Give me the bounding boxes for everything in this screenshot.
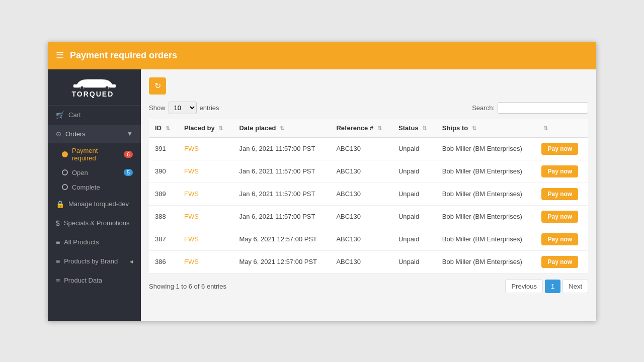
search-input[interactable] — [498, 102, 588, 114]
sidebar-item-all-products[interactable]: ≡ All Products — [48, 233, 141, 252]
pagination: Previous 1 Next — [505, 280, 588, 293]
placed-by-link[interactable]: FWS — [184, 235, 199, 243]
cell-ships-to: Bob Miller (BM Enterprises) — [436, 137, 536, 160]
sort-date-icon: ⇅ — [280, 125, 284, 132]
sidebar-item-cart[interactable]: 🛒 Cart — [48, 106, 141, 125]
col-ships-to[interactable]: Ships to ⇅ — [436, 119, 536, 137]
sort-ref-icon: ⇅ — [377, 125, 382, 132]
cell-status: Unpaid — [392, 160, 436, 183]
sidebar-item-products-brand[interactable]: ≡ Products by Brand ◂ — [48, 252, 141, 271]
cell-status: Unpaid — [392, 137, 436, 160]
radio-inactive-icon — [62, 169, 68, 175]
cell-id: 391 — [149, 137, 178, 160]
table-row: 388 FWS Jan 6, 2021 11:57:00 PST ABC130 … — [149, 205, 588, 228]
cart-icon: 🛒 — [56, 111, 64, 119]
cell-ships-to: Bob Miller (BM Enterprises) — [436, 160, 536, 183]
sort-status-icon: ⇅ — [422, 125, 427, 132]
col-status[interactable]: Status ⇅ — [392, 119, 436, 137]
placed-by-link[interactable]: FWS — [184, 145, 199, 152]
sidebar-item-complete[interactable]: Complete — [62, 180, 141, 195]
search-control: Search: — [472, 102, 588, 114]
pay-now-button[interactable]: Pay now — [541, 188, 578, 200]
pay-now-button[interactable]: Pay now — [541, 233, 578, 245]
products-brand-icon: ≡ — [56, 257, 60, 265]
radio-active-icon — [62, 151, 68, 157]
cell-id: 387 — [149, 228, 178, 250]
table-row: 391 FWS Jan 6, 2021 11:57:00 PST ABC130 … — [149, 137, 588, 160]
products-brand-label: Products by Brand — [64, 257, 126, 265]
orders-submenu: Payment required 6 Open 5 Complete — [48, 143, 141, 195]
table-row: 386 FWS May 6, 2021 12:57:00 PST ABC130 … — [149, 250, 588, 273]
cell-ships-to: Bob Miller (BM Enterprises) — [436, 205, 536, 228]
pay-now-button[interactable]: Pay now — [541, 256, 578, 268]
payment-required-badge: 6 — [124, 151, 133, 158]
placed-by-link[interactable]: FWS — [184, 213, 199, 220]
previous-button[interactable]: Previous — [505, 280, 543, 293]
all-products-label: All Products — [64, 238, 133, 246]
search-label: Search: — [472, 104, 495, 112]
sidebar-item-orders[interactable]: ⊙ Orders ▼ — [48, 125, 141, 143]
placed-by-link[interactable]: FWS — [184, 167, 199, 175]
sidebar-item-product-data[interactable]: ≡ Product Data — [48, 271, 141, 290]
cell-ships-to: Bob Miller (BM Enterprises) — [436, 250, 536, 273]
all-products-icon: ≡ — [56, 238, 60, 246]
cell-status: Unpaid — [392, 205, 436, 228]
cell-placed-by: FWS — [178, 160, 233, 183]
specials-label: Specials & Promotions — [64, 219, 133, 227]
pay-now-button[interactable]: Pay now — [541, 143, 578, 155]
sidebar-item-open[interactable]: Open 5 — [62, 165, 141, 180]
sidebar-item-manage[interactable]: 🔒 Manage torqued-dev — [48, 195, 141, 214]
menu-icon[interactable]: ☰ — [56, 50, 64, 61]
cell-reference: ABC130 — [330, 205, 392, 228]
entries-label: entries — [200, 104, 219, 112]
cell-date: May 6, 2021 12:57:00 PST — [233, 250, 330, 273]
col-date-placed[interactable]: Date placed ⇅ — [233, 119, 330, 137]
pay-now-button[interactable]: Pay now — [541, 211, 578, 223]
logo-car-icon — [72, 76, 117, 88]
placed-by-link[interactable]: FWS — [184, 190, 199, 198]
cell-id: 389 — [149, 183, 178, 205]
manage-label: Manage torqued-dev — [68, 200, 133, 208]
cell-date: May 6, 2021 12:57:00 PST — [233, 228, 330, 250]
show-label: Show — [149, 104, 166, 112]
cell-placed-by: FWS — [178, 228, 233, 250]
radio-complete-icon — [62, 184, 68, 190]
table-row: 387 FWS May 6, 2021 12:57:00 PST ABC130 … — [149, 228, 588, 250]
col-id[interactable]: ID ⇅ — [149, 119, 178, 137]
cell-placed-by: FWS — [178, 205, 233, 228]
payment-required-label: Payment required — [72, 147, 120, 162]
next-button[interactable]: Next — [562, 280, 588, 293]
orders-label: Orders — [65, 130, 123, 138]
chevron-right-icon: ◂ — [130, 258, 133, 265]
cell-action: Pay now — [535, 160, 588, 183]
entries-select[interactable]: 10 25 50 100 — [169, 102, 197, 114]
cell-reference: ABC130 — [330, 250, 392, 273]
open-label: Open — [72, 169, 120, 176]
col-placed-by[interactable]: Placed by ⇅ — [178, 119, 233, 137]
cell-action: Pay now — [535, 183, 588, 205]
header-bar: ☰ Payment required orders — [48, 42, 596, 69]
complete-label: Complete — [72, 184, 133, 191]
sort-action-icon: ⇅ — [543, 125, 548, 132]
table-body: 391 FWS Jan 6, 2021 11:57:00 PST ABC130 … — [149, 137, 588, 274]
sidebar-item-payment-required[interactable]: Payment required 6 — [62, 143, 141, 165]
col-reference[interactable]: Reference # ⇅ — [330, 119, 392, 137]
refresh-button[interactable]: ↻ — [149, 77, 166, 95]
placed-by-link[interactable]: FWS — [184, 258, 199, 265]
product-data-icon: ≡ — [56, 277, 60, 285]
logo-text: TORQUED — [72, 90, 117, 98]
cell-placed-by: FWS — [178, 250, 233, 273]
cell-date: Jan 6, 2021 11:57:00 PST — [233, 137, 330, 160]
main-content: TORQUED 🛒 Cart ⊙ Orders ▼ Payment requir… — [48, 69, 596, 321]
pay-now-button[interactable]: Pay now — [541, 165, 578, 177]
cart-label: Cart — [68, 111, 133, 119]
cell-ships-to: Bob Miller (BM Enterprises) — [436, 228, 536, 250]
page-1-button[interactable]: 1 — [545, 280, 560, 293]
cell-date: Jan 6, 2021 11:57:00 PST — [233, 205, 330, 228]
cell-id: 390 — [149, 160, 178, 183]
cell-reference: ABC130 — [330, 183, 392, 205]
sidebar-item-specials[interactable]: $ Specials & Promotions — [48, 214, 141, 233]
orders-icon: ⊙ — [56, 130, 61, 138]
svg-point-1 — [106, 86, 109, 88]
svg-point-0 — [80, 86, 84, 88]
